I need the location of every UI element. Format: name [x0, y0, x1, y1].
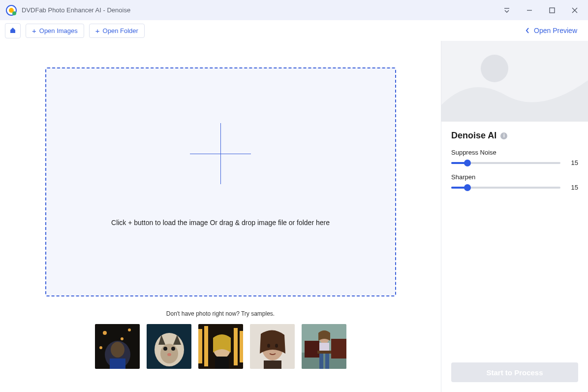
svg-point-28: [275, 344, 278, 348]
maximize-button[interactable]: [548, 6, 557, 15]
plus-icon: +: [32, 27, 36, 34]
samples-caption: Don't have photo right now? Try samples.: [166, 310, 275, 317]
svg-point-6: [128, 328, 131, 331]
dropzone-text: Click + button to load the image Or drag…: [111, 219, 330, 227]
svg-point-27: [267, 344, 270, 348]
side-title: Denoise AI: [451, 131, 496, 141]
slider-sharpen: Sharpen 15: [451, 173, 578, 191]
svg-rect-24: [215, 357, 229, 369]
svg-rect-11: [110, 359, 125, 369]
svg-rect-32: [305, 341, 319, 358]
open-preview-button[interactable]: Open Preview: [525, 27, 583, 34]
svg-rect-36: [319, 352, 323, 369]
start-process-button[interactable]: Start to Process: [451, 362, 578, 382]
slider-value: 15: [566, 159, 578, 166]
slider-value: 15: [566, 184, 578, 191]
svg-rect-22: [240, 331, 243, 362]
svg-rect-37: [325, 352, 329, 369]
start-process-label: Start to Process: [486, 368, 543, 377]
side-preview-thumbnail: [441, 41, 588, 122]
open-folder-button[interactable]: + Open Folder: [89, 24, 145, 38]
svg-rect-35: [319, 343, 329, 352]
home-button[interactable]: [5, 23, 21, 38]
slider-track[interactable]: [451, 162, 560, 164]
titlebar: DVDFab Photo Enhancer AI - Denoise: [0, 0, 588, 20]
open-folder-label: Open Folder: [103, 27, 138, 34]
svg-rect-21: [234, 328, 238, 365]
svg-point-8: [99, 346, 102, 349]
svg-rect-29: [264, 360, 281, 369]
svg-point-16: [171, 347, 175, 351]
slider-suppress-noise: Suppress Noise 15: [451, 149, 578, 166]
slider-label: Sharpen: [451, 173, 578, 181]
svg-rect-19: [198, 329, 202, 363]
svg-point-15: [163, 347, 167, 351]
chevron-left-icon: [525, 27, 530, 34]
side-controls: Denoise AI i Suppress Noise 15 Sharpen: [441, 122, 588, 362]
dropzone[interactable]: Click + button to load the image Or drag…: [45, 67, 396, 296]
sample-thumbnail-2[interactable]: [147, 324, 191, 369]
side-title-row: Denoise AI i: [451, 131, 578, 141]
plus-icon: +: [95, 27, 100, 34]
svg-rect-33: [331, 339, 346, 359]
svg-point-7: [121, 337, 124, 340]
minimize-button[interactable]: [525, 6, 534, 15]
info-icon[interactable]: i: [500, 132, 507, 139]
slider-thumb[interactable]: [464, 160, 471, 166]
open-images-button[interactable]: + Open Images: [26, 24, 84, 38]
close-button[interactable]: [570, 6, 579, 15]
main-panel: Click + button to load the image Or drag…: [0, 41, 441, 392]
add-plus-icon: [190, 123, 251, 184]
side-panel: Denoise AI i Suppress Noise 15 Sharpen: [441, 41, 588, 392]
toolbar: + Open Images + Open Folder Open Preview: [0, 20, 588, 41]
slider-thumb[interactable]: [464, 184, 471, 191]
sample-thumbnail-4[interactable]: [250, 324, 295, 369]
samples-row: [95, 324, 346, 369]
tray-menu-icon[interactable]: [502, 6, 511, 15]
svg-point-2: [12, 11, 16, 15]
svg-rect-3: [550, 8, 555, 13]
svg-point-40: [481, 55, 508, 82]
svg-point-10: [111, 342, 124, 358]
window-controls: [502, 6, 582, 15]
window-title: DVDFab Photo Enhancer AI - Denoise: [22, 6, 502, 14]
sample-thumbnail-3[interactable]: [198, 324, 243, 369]
open-preview-label: Open Preview: [534, 27, 577, 34]
svg-rect-38: [317, 351, 331, 354]
body: Click + button to load the image Or drag…: [0, 41, 588, 392]
slider-label: Suppress Noise: [451, 149, 578, 156]
sample-thumbnail-5[interactable]: [302, 324, 346, 369]
home-icon: [9, 27, 16, 35]
svg-point-5: [103, 331, 107, 335]
svg-point-17: [167, 353, 171, 356]
open-images-label: Open Images: [39, 27, 78, 34]
svg-rect-20: [204, 326, 208, 366]
sample-thumbnail-1[interactable]: [95, 324, 140, 369]
app-icon: [6, 5, 17, 16]
slider-track[interactable]: [451, 187, 560, 189]
